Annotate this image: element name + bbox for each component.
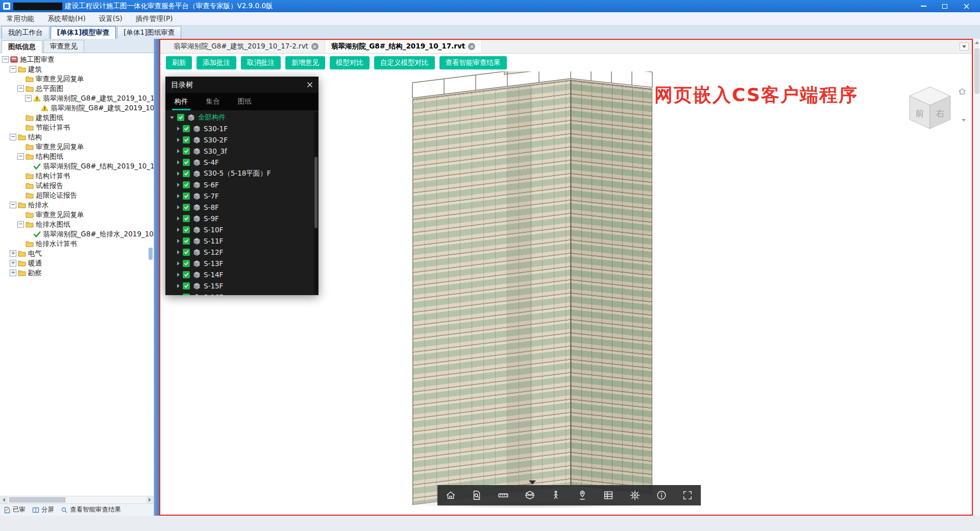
tree-item[interactable]: −给排水图纸 — [0, 220, 154, 229]
footer-item[interactable]: 已审 — [4, 505, 26, 514]
checkbox-checked[interactable] — [183, 215, 190, 222]
checkbox-checked[interactable] — [177, 114, 184, 121]
menu-item[interactable]: 常用功能 — [0, 13, 41, 25]
window-scrollbar[interactable] — [973, 39, 980, 516]
nav-dropdown-icon[interactable] — [962, 122, 966, 130]
fullscreen-button[interactable] — [677, 485, 698, 505]
component-item[interactable]: S-12F — [165, 247, 318, 258]
checkbox-checked[interactable] — [183, 181, 190, 188]
footer-item[interactable]: 查看智能审查结果 — [61, 505, 121, 514]
tree-item[interactable]: +勘察 — [0, 268, 154, 278]
panel-close-icon[interactable] — [307, 82, 313, 88]
tree-item[interactable]: −建筑 — [0, 64, 154, 74]
building-model[interactable] — [397, 86, 657, 515]
expand-arrow-icon[interactable] — [177, 216, 180, 221]
scrollbar-thumb[interactable] — [974, 48, 979, 94]
tree-item[interactable]: −结构 — [0, 132, 154, 142]
component-item[interactable]: S-6F — [165, 179, 318, 190]
toolbar-button[interactable]: 自定义模型对比 — [374, 56, 435, 69]
component-item[interactable]: S30_3f — [165, 146, 318, 157]
doc-search-button[interactable] — [466, 485, 487, 505]
checkbox-checked[interactable] — [183, 271, 190, 278]
workspace-tab[interactable]: [单体1]图纸审查 — [117, 26, 181, 39]
sidebar-tab[interactable]: 审查意见 — [43, 40, 84, 53]
tree-item[interactable]: 审查意见回复单 — [0, 210, 154, 220]
component-item[interactable]: S-8F — [165, 202, 318, 213]
panel-tab[interactable]: 图纸 — [229, 93, 260, 110]
tree-item[interactable]: 审查意见回复单 — [0, 74, 154, 84]
checkbox-checked[interactable] — [183, 136, 190, 143]
tree-item[interactable]: 审查意见回复单 — [0, 142, 154, 152]
sidebar-tab[interactable]: 图纸信息 — [2, 40, 42, 53]
home-button[interactable] — [440, 485, 461, 505]
checkbox-checked[interactable] — [183, 294, 190, 295]
close-button[interactable] — [955, 0, 977, 12]
workspace-tab[interactable]: 我的工作台 — [2, 26, 50, 39]
toolbar-button[interactable]: 添加批注 — [197, 56, 236, 69]
expand-arrow-icon[interactable] — [177, 284, 180, 288]
toolbar-button[interactable]: 新增意见 — [285, 56, 325, 69]
tab-overflow-button[interactable] — [960, 42, 969, 51]
scroll-right-button[interactable] — [146, 496, 154, 503]
checkbox-checked[interactable] — [183, 237, 190, 245]
checkbox-checked[interactable] — [183, 282, 190, 289]
collapse-icon[interactable]: − — [17, 85, 24, 92]
scrollbar-thumb[interactable] — [314, 157, 317, 228]
component-item[interactable]: S30-5（5-18平面）F — [165, 168, 318, 179]
expand-icon[interactable]: + — [10, 270, 16, 276]
expand-arrow-icon[interactable] — [177, 273, 180, 277]
expand-icon[interactable]: + — [10, 260, 16, 267]
toolbar-button[interactable]: 查看智能审查结果 — [439, 56, 507, 69]
expand-arrow-icon[interactable] — [177, 239, 180, 243]
info-button[interactable] — [651, 485, 672, 505]
collapse-icon[interactable]: − — [10, 66, 16, 73]
component-item[interactable]: S-11F — [165, 235, 318, 247]
tree-item[interactable]: 给排水计算书 — [0, 239, 154, 249]
expand-arrow-icon[interactable] — [177, 228, 180, 232]
sidebar-horizontal-scrollbar[interactable] — [0, 496, 154, 503]
tree-item[interactable]: 节能计算书 — [0, 123, 154, 132]
expand-arrow-icon[interactable] — [177, 172, 180, 176]
maximize-button[interactable] — [934, 0, 955, 12]
expand-arrow-icon[interactable] — [177, 149, 180, 153]
toolbar-button[interactable]: 取消批注 — [241, 56, 281, 69]
checkbox-checked[interactable] — [183, 125, 190, 132]
tree-item[interactable]: −结构图纸 — [0, 152, 154, 161]
collapse-icon[interactable]: − — [2, 56, 9, 63]
tree-item[interactable]: 翡翠湖别院_G8#_结构_2019_10_17.r — [0, 161, 154, 171]
workspace-tab[interactable]: [单体1]模型审查 — [51, 26, 116, 39]
component-item[interactable]: S-14F — [165, 269, 318, 280]
component-item[interactable]: S-16F — [165, 292, 318, 295]
checkbox-checked[interactable] — [183, 204, 190, 211]
minimize-button[interactable] — [913, 0, 934, 12]
roam-button[interactable] — [572, 485, 593, 505]
collapse-icon[interactable]: − — [10, 202, 16, 208]
component-item[interactable]: S-4F — [165, 157, 318, 168]
list-button[interactable] — [598, 485, 619, 505]
walk-button[interactable] — [545, 485, 567, 505]
tree-scrollbar-thumb[interactable] — [149, 248, 153, 260]
component-root-item[interactable]: 全部构件 — [165, 112, 318, 123]
menu-item[interactable]: 插件管理(P) — [129, 13, 180, 25]
measure-button[interactable] — [493, 485, 514, 505]
tree-item[interactable]: +暖通 — [0, 258, 154, 268]
tree-item[interactable]: −总平面图 — [0, 84, 154, 93]
component-item[interactable]: S30-2F — [165, 134, 318, 146]
checkbox-checked[interactable] — [183, 260, 190, 267]
document-tab[interactable]: 翡翠湖别院_G8#_建筑_2019_10_17-2.rvt — [167, 40, 325, 53]
toolbar-button[interactable]: 刷新 — [166, 56, 192, 69]
expand-arrow-icon[interactable] — [177, 160, 180, 164]
tree-item[interactable]: 超限论证报告 — [0, 190, 154, 200]
component-item[interactable]: S30-1F — [165, 123, 318, 134]
collapse-icon[interactable]: − — [10, 134, 16, 140]
component-item[interactable]: S-13F — [165, 258, 318, 269]
tree-item[interactable]: 翡翠湖别院_G8#_给排水_2019_10_17 — [0, 229, 154, 239]
tree-item[interactable]: −施工图审查 — [0, 55, 154, 64]
collapse-icon[interactable]: − — [17, 221, 24, 228]
checkbox-checked[interactable] — [183, 249, 190, 256]
scroll-up-button[interactable] — [973, 39, 980, 46]
component-item[interactable]: S-7F — [165, 190, 318, 202]
close-tab-icon[interactable] — [468, 43, 475, 50]
section-button[interactable] — [519, 485, 541, 505]
panel-header[interactable]: 目录树 — [165, 77, 318, 93]
